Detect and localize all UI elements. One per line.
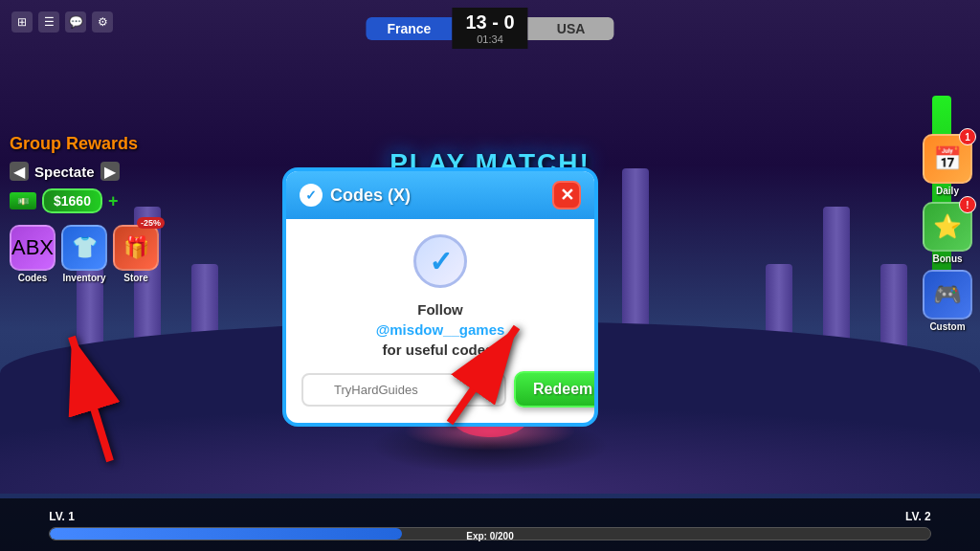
bonus-badge: ! [959,196,976,213]
custom-label: Custom [929,321,965,332]
money-plus-button[interactable]: + [108,191,119,211]
daily-badge: 1 [959,128,976,145]
daily-button[interactable]: 📅 1 Daily [923,134,972,196]
modal-title: Codes (X) [330,186,411,206]
score-center: 13 - 0 01:34 [452,8,527,49]
home-icon[interactable]: ⊞ [11,11,33,33]
daily-label: Daily [936,186,959,196]
modal-header: ✓ Codes (X) ✕ [286,171,594,219]
svg-line-10 [72,337,110,461]
level-left: LV. 1 [49,510,75,523]
spectate-left-arrow[interactable]: ◀ [10,162,29,181]
verified-badge: ✓ [413,234,467,288]
bonus-button[interactable]: ⭐ ! Bonus [923,202,972,264]
settings-icon[interactable]: ⚙ [92,11,113,33]
modal-title-row: ✓ Codes (X) [300,184,411,207]
svg-line-12 [450,327,517,423]
top-left-toolbar: ⊞ ☰ 💬 ⚙ [11,11,113,33]
group-rewards-label: Group Rewards [10,134,159,154]
team-left: France [366,17,452,40]
inventory-icon: 👕 [72,235,98,260]
discount-badge: -25% [137,217,165,229]
custom-button[interactable]: 🎮 Custom [923,270,972,332]
store-icon-box: 🎁 [113,225,159,271]
bonus-label: Bonus [932,253,962,264]
store-button[interactable]: 🎁 -25% Store [113,225,159,283]
spectate-row: ◀ Spectate ▶ [10,162,159,181]
bonus-icon: ⭐ [933,213,962,240]
xp-labels: LV. 1 LV. 2 [49,510,931,523]
codes-icon: ABX [11,235,54,260]
codes-icon-box: ABX [10,225,56,271]
bottom-icon-row: ABX Codes 👕 Inventory 🎁 -25% Store [10,225,159,283]
inventory-icon-box: 👕 [61,225,107,271]
money-icon: 💵 [10,192,36,209]
modal-close-button[interactable]: ✕ [552,181,581,209]
score-bar: France 13 - 0 01:34 USA [366,8,613,49]
custom-icon-box: 🎮 [923,270,972,320]
modal-check-icon: ✓ [300,184,323,207]
inventory-label: Inventory [62,273,105,283]
spectate-right-arrow[interactable]: ▶ [100,162,120,181]
level-right: LV. 2 [905,510,931,523]
xp-bar-fill [50,528,402,540]
chat-icon[interactable]: 💬 [65,11,86,33]
money-row: 💵 $1660 + [10,188,159,213]
store-label: Store [123,273,148,283]
right-panel: 📅 1 Daily ⭐ ! Bonus 🎮 Custom [923,134,972,332]
store-icon: 🎁 [123,235,149,260]
left-red-arrow [53,318,129,474]
money-amount: $1660 [42,188,102,213]
score-numbers: 13 - 0 [465,11,514,33]
menu-icon[interactable]: ☰ [38,11,59,33]
xp-bar-area: LV. 1 LV. 2 Exp: 0/200 [0,498,980,551]
score-time: 01:34 [477,33,503,45]
team-right: USA [528,17,614,40]
verified-check-icon: ✓ [429,245,453,278]
codes-label: Codes [18,273,48,283]
xp-text: Exp: 0/200 [466,531,513,541]
left-panel: Group Rewards ◀ Spectate ▶ 💵 $1660 + ABX… [10,134,159,283]
inventory-button[interactable]: 👕 Inventory [61,225,107,283]
spectate-label: Spectate [34,164,95,180]
codes-button[interactable]: ABX Codes [10,225,56,283]
custom-icon: 🎮 [933,281,962,308]
right-red-arrow [440,298,536,436]
daily-icon: 📅 [933,145,962,172]
